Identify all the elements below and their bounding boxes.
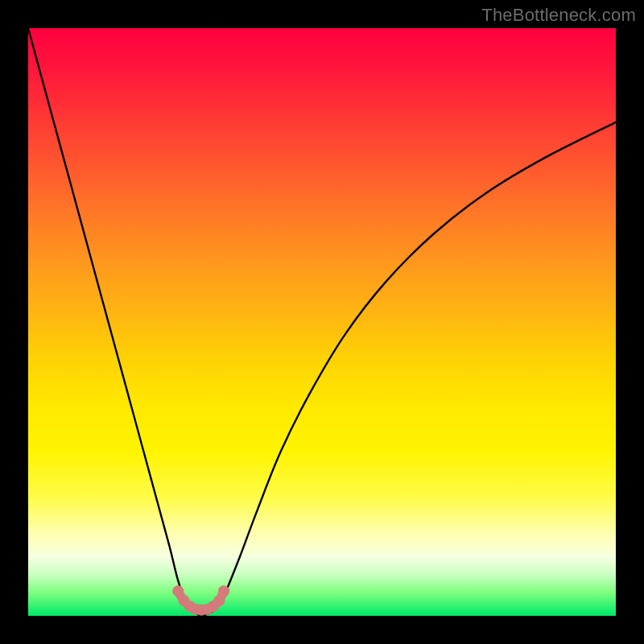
- bottleneck-curve: [28, 28, 616, 615]
- optimal-zone-marker-dot: [172, 585, 184, 597]
- chart-svg: [28, 28, 616, 616]
- optimal-zone-marker-dots: [172, 585, 229, 615]
- watermark-text: TheBottleneck.com: [481, 5, 636, 26]
- optimal-zone-marker-dot: [218, 585, 229, 597]
- chart-frame: TheBottleneck.com: [0, 0, 644, 644]
